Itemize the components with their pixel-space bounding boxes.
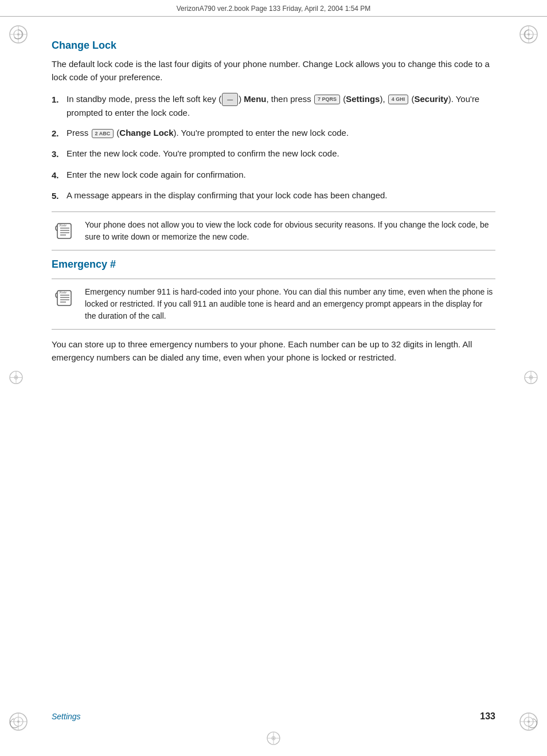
steps-list: 1. In standby mode, press the left soft … (52, 92, 495, 203)
step-3: 3. Enter the new lock code. You're promp… (52, 147, 495, 160)
key-2abc: 2 ABC (92, 129, 114, 139)
step-1-content: In standby mode, press the left soft key… (67, 92, 495, 120)
note-scroll-icon-2: Note (53, 287, 75, 309)
emergency-title: Emergency # (52, 258, 495, 271)
note-icon-1: Note (52, 219, 77, 242)
step-5-content: A message appears in the display confirm… (67, 189, 495, 202)
step-2-num: 2. (52, 126, 67, 140)
step-2: 2. Press 2 ABC (Change Lock). You're pro… (52, 126, 495, 140)
header-bar: VerizonA790 ver.2.book Page 133 Friday, … (0, 0, 547, 17)
note-2-text: Emergency number 911 is hard-coded into … (85, 286, 495, 322)
step-2-content: Press 2 ABC (Change Lock). You're prompt… (67, 126, 495, 139)
step-4: 4. Enter the new lock code again for con… (52, 168, 495, 182)
main-content: Change Lock The default lock code is the… (0, 17, 547, 407)
key-7pqrs: 7 PQRS (314, 95, 340, 104)
note-box-1: Note Your phone does not allow you to vi… (52, 211, 495, 250)
note-1-text: Your phone does not allow you to view th… (85, 219, 495, 243)
header-text: VerizonA790 ver.2.book Page 133 Friday, … (177, 5, 371, 13)
note-box-2: Note Emergency number 911 is hard-coded … (52, 279, 495, 330)
soft-key-icon (222, 93, 238, 106)
step-5: 5. A message appears in the display conf… (52, 189, 495, 202)
corner-tr-decoration (518, 24, 539, 45)
note-scroll-icon: Note (53, 220, 75, 242)
step-1: 1. In standby mode, press the left soft … (52, 92, 495, 120)
svg-text:Note: Note (58, 223, 67, 228)
footer-page-number: 133 (480, 711, 495, 722)
bottom-center-decoration (265, 730, 282, 748)
footer-section-label: Settings (52, 712, 81, 721)
corner-tl-decoration (8, 24, 29, 45)
step-3-content: Enter the new lock code. You're prompted… (67, 147, 495, 160)
step-5-num: 5. (52, 189, 67, 202)
emergency-body: You can store up to three emergency numb… (52, 338, 495, 365)
step-1-num: 1. (52, 92, 67, 106)
key-4ghi: 4 GHI (388, 95, 409, 104)
change-lock-title: Change Lock (52, 40, 495, 52)
step-4-content: Enter the new lock code again for confir… (67, 168, 495, 181)
change-lock-intro: The default lock code is the last four d… (52, 57, 495, 84)
footer: Settings 133 (0, 711, 547, 722)
side-right-decoration (523, 369, 539, 387)
svg-text:Note: Note (58, 290, 67, 295)
page: VerizonA790 ver.2.book Page 133 Friday, … (0, 0, 547, 756)
step-4-num: 4. (52, 168, 67, 182)
step-3-num: 3. (52, 147, 67, 160)
note-icon-2: Note (52, 286, 77, 309)
side-left-decoration (8, 369, 24, 387)
